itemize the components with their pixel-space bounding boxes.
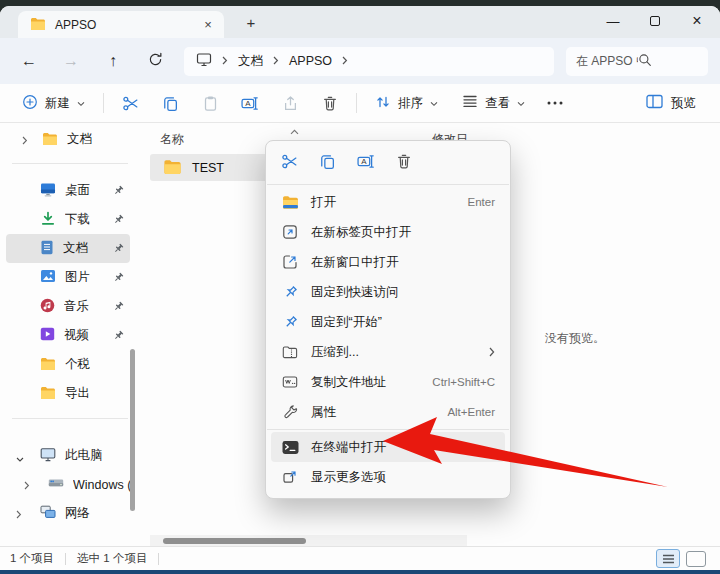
sort-button-label: 排序 (398, 95, 423, 112)
sidebar-item-music[interactable]: 音乐 (6, 292, 130, 321)
music-icon (40, 298, 55, 316)
chevron-down-icon (517, 96, 525, 110)
delete-button[interactable] (310, 95, 350, 112)
maximize-button[interactable] (634, 6, 676, 36)
pin-icon (113, 330, 124, 344)
minimize-button[interactable]: — (592, 6, 634, 36)
sidebar-item-documents-tree[interactable]: 文档 (6, 125, 130, 154)
folder-icon (42, 132, 58, 148)
folder-icon (163, 159, 182, 177)
details-view-button[interactable] (656, 549, 680, 568)
forward-button[interactable]: → (50, 52, 92, 70)
large-icons-view-button[interactable] (686, 551, 706, 567)
breadcrumb-item-appso[interactable]: APPSO (289, 54, 332, 68)
sidebar-item-downloads[interactable]: 下载 (6, 205, 130, 234)
tab-appso[interactable]: APPSO × (18, 11, 224, 38)
menu-item-label: 压缩到... (311, 344, 359, 361)
menu-item-open[interactable]: 打开 Enter (271, 187, 505, 217)
cut-icon[interactable] (281, 153, 298, 174)
new-button[interactable]: 新建 (10, 94, 97, 113)
cut-button[interactable] (110, 95, 150, 112)
menu-item-copy-path[interactable]: 复制文件地址 Ctrl+Shift+C (271, 367, 505, 397)
submenu-chevron-icon (489, 347, 495, 357)
up-button[interactable]: ↑ (92, 52, 134, 70)
context-menu: A 打开 Enter 在新标签页中打开 在新窗口中打开 固定到快速访问 固定到“… (265, 140, 511, 499)
menu-item-open-new-tab[interactable]: 在新标签页中打开 (271, 217, 505, 247)
show-more-options-icon (281, 469, 299, 485)
videos-icon (40, 327, 55, 344)
open-new-window-icon (281, 254, 299, 270)
refresh-button[interactable] (134, 52, 176, 71)
chevron-right-icon (16, 508, 22, 522)
tab-close-icon[interactable]: × (198, 15, 218, 35)
horizontal-scrollbar[interactable] (150, 535, 467, 546)
horizontal-scrollbar-thumb[interactable] (163, 538, 306, 544)
sidebar-item-export[interactable]: 导出 (6, 379, 130, 408)
copy-button[interactable] (150, 95, 190, 112)
menu-divider (267, 429, 509, 430)
desktop-background: APPSO × + — × ← → ↑ 文档 APPSO (0, 0, 720, 574)
menu-item-open-in-terminal[interactable]: 在终端中打开 (271, 432, 505, 462)
sidebar-item-desktop[interactable]: 桌面 (6, 176, 130, 205)
menu-item-label: 复制文件地址 (311, 374, 386, 391)
rename-icon[interactable]: A (357, 153, 375, 174)
sort-ascending-icon (290, 124, 299, 138)
more-options-button[interactable] (537, 101, 573, 105)
menu-item-open-new-window[interactable]: 在新窗口中打开 (271, 247, 505, 277)
new-tab-button[interactable]: + (240, 13, 262, 35)
this-pc-icon[interactable] (196, 52, 212, 70)
view-button-label: 查看 (485, 95, 510, 112)
menu-item-label: 固定到“开始” (311, 314, 382, 331)
open-new-tab-icon (281, 224, 299, 240)
menu-item-show-more-options[interactable]: 显示更多选项 (271, 462, 505, 492)
sidebar-item-label: Windows (C:) (73, 478, 130, 492)
sidebar-item-getax[interactable]: 个税 (6, 350, 130, 379)
folder-icon (30, 17, 46, 33)
folder-icon (40, 386, 56, 402)
menu-item-label: 在新窗口中打开 (311, 254, 399, 271)
preview-toggle-button[interactable]: 预览 (646, 94, 710, 112)
status-bar: 1 个项目 选中 1 个项目 (0, 546, 720, 570)
desktop-icon (40, 182, 56, 200)
breadcrumb-item-documents[interactable]: 文档 (238, 53, 263, 70)
close-button[interactable]: × (676, 6, 718, 36)
plus-circle-icon (22, 94, 38, 113)
view-button[interactable]: 查看 (450, 94, 537, 112)
menu-item-label: 在终端中打开 (311, 439, 386, 456)
sidebar-item-label: 文档 (63, 240, 88, 257)
delete-icon[interactable] (396, 153, 412, 174)
menu-item-pin-to-start[interactable]: 固定到“开始” (271, 307, 505, 337)
sidebar-scrollbar[interactable] (130, 349, 135, 511)
sidebar-item-documents[interactable]: 文档 (6, 234, 130, 263)
sidebar-item-windows-c[interactable]: Windows (C:) (6, 470, 130, 499)
view-toggles (656, 549, 710, 568)
share-button[interactable] (270, 95, 310, 112)
downloads-icon (40, 211, 56, 229)
sidebar-item-this-pc[interactable]: 此电脑 (6, 441, 130, 470)
pictures-icon (40, 269, 56, 286)
status-separator (158, 553, 159, 565)
menu-item-label: 属性 (311, 404, 336, 421)
this-pc-icon (40, 447, 56, 465)
back-button[interactable]: ← (8, 52, 50, 70)
sidebar-item-videos[interactable]: 视频 (6, 321, 130, 350)
menu-item-compress-to[interactable]: 压缩到... (271, 337, 505, 367)
menu-item-label: 打开 (311, 194, 336, 211)
tab-bar: APPSO × + — × (0, 6, 720, 38)
chevron-down-icon (16, 452, 24, 466)
rename-button[interactable]: A (230, 95, 270, 112)
pin-icon (281, 315, 299, 330)
menu-item-pin-quick-access[interactable]: 固定到快速访问 (271, 277, 505, 307)
svg-text:A: A (361, 157, 367, 166)
search-box[interactable]: 在 APPSO 中搜索 (566, 47, 708, 76)
copy-icon[interactable] (319, 153, 336, 174)
column-header-name[interactable]: 名称 (160, 131, 184, 148)
chevron-down-icon (77, 96, 85, 110)
sidebar-item-network[interactable]: 网络 (6, 499, 130, 528)
selection-count: 选中 1 个项目 (77, 551, 147, 566)
wrench-icon (281, 405, 299, 420)
menu-item-properties[interactable]: 属性 Alt+Enter (271, 397, 505, 427)
sidebar-item-pictures[interactable]: 图片 (6, 263, 130, 292)
sort-button[interactable]: 排序 (363, 94, 450, 113)
paste-button[interactable] (190, 95, 230, 112)
